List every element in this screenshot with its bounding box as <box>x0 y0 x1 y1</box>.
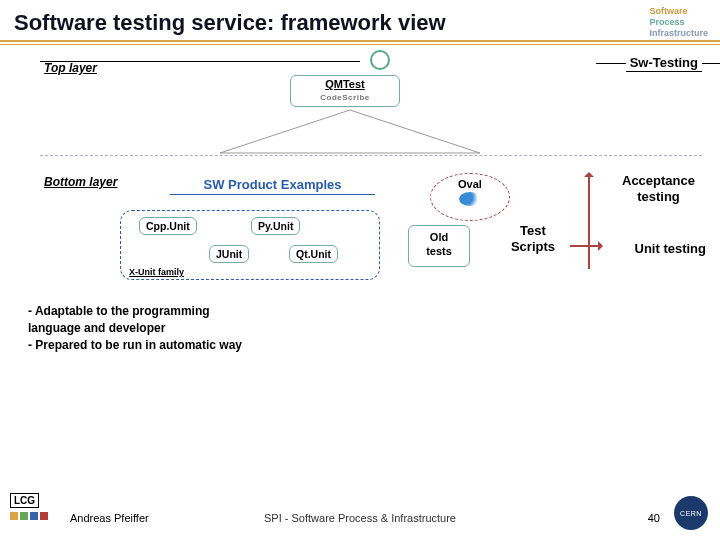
codescribe-label: CodeScribe <box>320 93 369 102</box>
spi-process: Process <box>649 17 684 27</box>
note-line1: - Adaptable to the programming <box>28 304 210 318</box>
framework-diagram: Top layer Sw-Testing QMTest CodeScribe B… <box>0 45 720 405</box>
fanout-connector <box>200 105 500 155</box>
note-line2: language and developer <box>28 321 165 335</box>
test-scripts-line1: Test <box>520 223 546 238</box>
oval-label: Oval <box>458 178 482 190</box>
sw-product-examples-label: SW Product Examples <box>170 177 375 195</box>
divider-thick <box>0 40 720 42</box>
notes-block: - Adaptable to the programming language … <box>28 303 358 354</box>
arrow-right <box>570 245 602 247</box>
cern-logo: CERN <box>674 496 708 530</box>
old-tests-line1: Old <box>430 231 448 243</box>
qtunit-box: Qt.Unit <box>289 245 338 263</box>
spi-logo: Software Process Infrastructure <box>649 6 708 39</box>
oval-box: Oval <box>430 173 510 221</box>
sw-testing-icon <box>370 50 390 70</box>
qmtest-label: QMTest <box>325 78 365 90</box>
unit-testing-label: Unit testing <box>635 241 707 256</box>
slide-title: Software testing service: framework view <box>14 10 706 36</box>
spi-software: Software <box>649 6 687 16</box>
top-layer-label: Top layer <box>44 61 97 75</box>
oval-icon <box>459 192 481 206</box>
junit-box: JUnit <box>209 245 249 263</box>
footer-center: SPI - Software Process & Infrastructure <box>0 512 720 524</box>
test-scripts-label: Test Scripts <box>498 223 568 255</box>
page-number: 40 <box>648 512 660 524</box>
cppunit-box: Cpp.Unit <box>139 217 197 235</box>
acceptance-testing-label: Acceptance testing <box>611 173 706 205</box>
slide-header: Software testing service: framework view… <box>0 0 720 40</box>
spi-infrastructure: Infrastructure <box>649 28 708 38</box>
qmtest-box: QMTest CodeScribe <box>290 75 400 107</box>
top-layer-line <box>40 61 360 62</box>
old-tests-line2: tests <box>426 245 452 257</box>
acceptance-line2: testing <box>637 189 680 204</box>
svg-line-0 <box>220 110 350 153</box>
bottom-layer-label: Bottom layer <box>44 175 117 189</box>
old-tests-box: Old tests <box>408 225 470 267</box>
slide-footer: LCG Andreas Pfeiffer SPI - Software Proc… <box>0 504 720 534</box>
test-scripts-line2: Scripts <box>511 239 555 254</box>
layer-separator <box>40 155 702 156</box>
xunit-family-label: X-Unit family <box>129 267 184 277</box>
arrow-up <box>588 173 590 269</box>
note-line3: - Prepared to be run in automatic way <box>28 338 242 352</box>
sw-testing-label: Sw-Testing <box>626 55 702 72</box>
xunit-family-box: Cpp.Unit Py.Unit JUnit Qt.Unit X-Unit fa… <box>120 210 380 280</box>
acceptance-line1: Acceptance <box>622 173 695 188</box>
svg-line-1 <box>350 110 480 153</box>
lcg-logo: LCG <box>10 493 39 508</box>
pyunit-box: Py.Unit <box>251 217 300 235</box>
